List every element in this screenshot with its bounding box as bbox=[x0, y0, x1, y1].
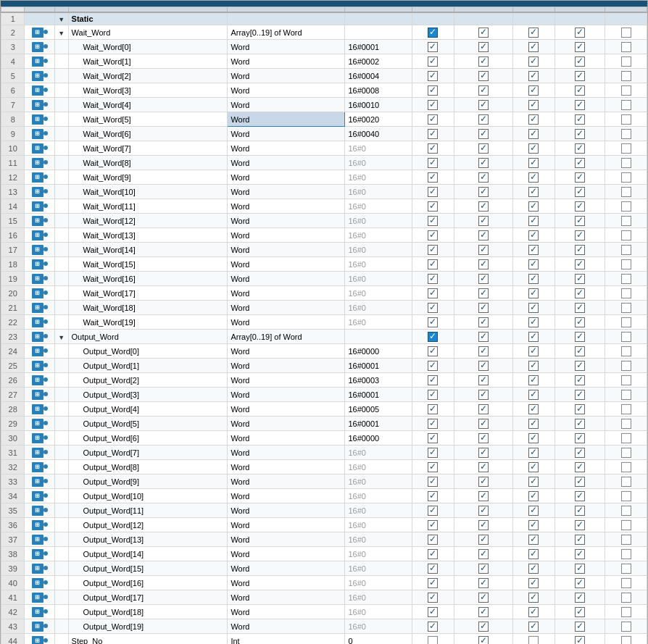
row-hmi1[interactable] bbox=[454, 127, 512, 141]
row-hmi1[interactable] bbox=[454, 446, 512, 460]
col-header-setval[interactable] bbox=[605, 7, 647, 13]
row-hmi1[interactable] bbox=[454, 243, 512, 257]
row-hmi1[interactable] bbox=[454, 257, 512, 272]
checkbox-checked[interactable] bbox=[528, 361, 539, 371]
checkbox-checked[interactable] bbox=[528, 245, 539, 255]
row-hmi2[interactable] bbox=[512, 170, 554, 185]
row-hmi2[interactable] bbox=[512, 141, 554, 156]
row-hmi2[interactable] bbox=[512, 344, 554, 359]
checkbox-checked[interactable] bbox=[575, 230, 585, 241]
checkbox-unchecked[interactable] bbox=[621, 259, 631, 269]
checkbox-checked[interactable] bbox=[478, 433, 489, 443]
row-hmi3[interactable] bbox=[554, 634, 605, 645]
row-type[interactable]: Word bbox=[228, 112, 345, 127]
row-hmi3[interactable] bbox=[554, 561, 605, 576]
checkbox-checked[interactable] bbox=[575, 201, 585, 212]
row-hmi1[interactable] bbox=[454, 460, 512, 474]
row-hmi2[interactable] bbox=[512, 474, 554, 489]
checkbox-checked[interactable] bbox=[575, 245, 585, 255]
expand-icon[interactable]: ▼ bbox=[58, 30, 65, 37]
checkbox-checked[interactable] bbox=[478, 332, 489, 342]
table-row[interactable]: 28 ⊞ Output_Word[4] Word 16#0005 bbox=[1, 402, 647, 417]
expand-icon[interactable]: ▼ bbox=[58, 334, 65, 341]
checkbox-checked[interactable] bbox=[428, 477, 438, 487]
row-hmi3[interactable] bbox=[554, 214, 605, 228]
row-hmi1[interactable] bbox=[454, 402, 512, 417]
checkbox-unchecked[interactable] bbox=[621, 564, 631, 574]
table-row[interactable]: 33 ⊞ Output_Word[9] Word 16#0 bbox=[1, 474, 647, 489]
row-setval[interactable] bbox=[605, 474, 647, 489]
row-hmi1[interactable] bbox=[454, 301, 512, 315]
row-hmi3[interactable] bbox=[554, 170, 605, 185]
row-setval[interactable] bbox=[605, 344, 647, 359]
table-container[interactable]: 1 ▼ Static 2 ⊞ ▼ Wait_Word Array[0..19] … bbox=[1, 7, 647, 644]
checkbox-checked[interactable] bbox=[478, 129, 489, 139]
row-hmi3[interactable] bbox=[554, 547, 605, 561]
checkbox-checked[interactable] bbox=[428, 114, 438, 125]
checkbox-checked[interactable] bbox=[428, 172, 438, 183]
checkbox-checked[interactable] bbox=[575, 564, 585, 574]
row-hmi3[interactable] bbox=[554, 474, 605, 489]
checkbox-checked[interactable] bbox=[575, 129, 585, 139]
checkbox-unchecked[interactable] bbox=[621, 506, 631, 516]
row-hmi3[interactable] bbox=[554, 532, 605, 547]
row-hmi3[interactable] bbox=[554, 243, 605, 257]
checkbox-checked[interactable] bbox=[478, 491, 489, 501]
row-hmi2[interactable] bbox=[512, 619, 554, 634]
checkbox-checked[interactable] bbox=[528, 448, 539, 458]
checkbox-checked[interactable] bbox=[528, 57, 539, 67]
table-row[interactable]: 5 ⊞ Wait_Word[2] Word 16#0004 bbox=[1, 69, 647, 83]
row-hold[interactable] bbox=[412, 373, 454, 388]
row-hmi3[interactable] bbox=[554, 518, 605, 532]
row-hold[interactable] bbox=[412, 257, 454, 272]
row-hold[interactable] bbox=[412, 431, 454, 446]
row-setval[interactable] bbox=[605, 561, 647, 576]
checkbox-checked[interactable] bbox=[478, 462, 489, 472]
row-hold[interactable] bbox=[412, 170, 454, 185]
checkbox-checked[interactable] bbox=[575, 448, 585, 458]
row-setval[interactable] bbox=[605, 330, 647, 344]
checkbox-checked[interactable] bbox=[478, 201, 489, 212]
row-hold[interactable] bbox=[412, 518, 454, 532]
row-hmi3[interactable] bbox=[554, 156, 605, 170]
checkbox-checked[interactable] bbox=[428, 578, 438, 588]
row-hmi3[interactable] bbox=[554, 141, 605, 156]
table-row[interactable]: 35 ⊞ Output_Word[11] Word 16#0 bbox=[1, 503, 647, 518]
checkbox-checked[interactable] bbox=[478, 245, 489, 255]
row-hmi2[interactable] bbox=[512, 605, 554, 619]
row-hmi3[interactable] bbox=[554, 460, 605, 474]
checkbox-checked[interactable] bbox=[528, 332, 539, 342]
row-hmi2[interactable] bbox=[512, 402, 554, 417]
row-hold[interactable] bbox=[412, 185, 454, 199]
checkbox-checked[interactable] bbox=[428, 216, 438, 226]
checkbox-checked[interactable] bbox=[528, 520, 539, 530]
table-row[interactable]: 23 ⊞ ▼ Output_Word Array[0..19] of Word bbox=[1, 330, 647, 344]
row-hmi1[interactable] bbox=[454, 214, 512, 228]
table-row[interactable]: 34 ⊞ Output_Word[10] Word 16#0 bbox=[1, 489, 647, 503]
row-hmi3[interactable] bbox=[554, 446, 605, 460]
checkbox-checked[interactable] bbox=[478, 361, 489, 371]
col-header-hmi1[interactable] bbox=[454, 7, 512, 13]
row-hmi2[interactable] bbox=[512, 460, 554, 474]
row-setval[interactable] bbox=[605, 272, 647, 286]
table-row[interactable]: 18 ⊞ Wait_Word[15] Word 16#0 bbox=[1, 257, 647, 272]
checkbox-checked[interactable] bbox=[575, 158, 585, 168]
checkbox-unchecked[interactable] bbox=[621, 448, 631, 458]
checkbox-unchecked[interactable] bbox=[621, 433, 631, 443]
checkbox-checked[interactable] bbox=[428, 71, 438, 81]
checkbox-checked[interactable] bbox=[575, 433, 585, 443]
checkbox-checked[interactable] bbox=[575, 259, 585, 269]
table-row[interactable]: 29 ⊞ Output_Word[5] Word 16#0001 bbox=[1, 417, 647, 431]
checkbox-checked[interactable] bbox=[575, 549, 585, 559]
row-hmi1[interactable] bbox=[454, 518, 512, 532]
checkbox-checked[interactable] bbox=[428, 506, 438, 516]
checkbox-unchecked[interactable] bbox=[621, 419, 631, 429]
table-row[interactable]: 19 ⊞ Wait_Word[16] Word 16#0 bbox=[1, 272, 647, 286]
row-setval[interactable] bbox=[605, 199, 647, 214]
checkbox-checked[interactable] bbox=[575, 390, 585, 400]
row-hmi1[interactable] bbox=[454, 431, 512, 446]
row-hmi3[interactable] bbox=[554, 301, 605, 315]
checkbox-unchecked[interactable] bbox=[621, 71, 631, 81]
checkbox-unchecked[interactable] bbox=[621, 404, 631, 414]
checkbox-checked[interactable] bbox=[428, 274, 438, 284]
